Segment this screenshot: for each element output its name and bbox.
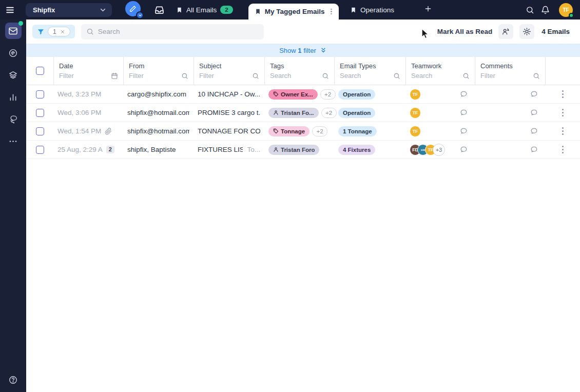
hamburger-icon — [5, 5, 15, 15]
team-chat-button[interactable] — [460, 90, 468, 98]
row-menu-kebab[interactable] — [559, 107, 567, 119]
search-icon — [533, 72, 540, 80]
filter-funnel-icon — [37, 28, 45, 35]
date-cell: 25 Aug, 2:29 A2 — [53, 146, 123, 153]
inbox-tray-button[interactable] — [154, 5, 165, 15]
teamwork-cell: FDsixTF+3 — [405, 144, 475, 156]
row-checkbox-cell — [26, 90, 53, 99]
avatar[interactable]: TF — [410, 126, 421, 137]
date-cell: Wed, 3:23 PM — [53, 90, 123, 98]
notifications-button[interactable] — [537, 2, 553, 17]
filter-input-date[interactable] — [59, 72, 109, 80]
mark-all-read-button[interactable]: Mark All as Read — [437, 28, 493, 35]
email-types-cell: 4 Fixtures — [334, 145, 405, 155]
comment-button[interactable] — [530, 109, 538, 116]
filter-input-email-types[interactable] — [340, 72, 391, 80]
banner-count: 1 — [298, 47, 301, 54]
avatar-overflow-badge[interactable]: +3 — [433, 144, 445, 156]
help-button[interactable] — [5, 371, 22, 388]
comment-button[interactable] — [530, 90, 538, 98]
from-cell: cargo@shipfix.com — [123, 90, 194, 98]
filter-input-from[interactable] — [129, 72, 179, 80]
avatar[interactable]: TF — [410, 107, 421, 119]
tab-operations[interactable]: Operations — [350, 6, 394, 14]
active-filters-chip[interactable]: 1 — [32, 25, 75, 38]
search-icon — [526, 6, 534, 14]
paperclip-icon — [105, 128, 112, 135]
row-menu-kebab[interactable] — [559, 144, 567, 155]
team-chat-button[interactable] — [460, 127, 468, 135]
email-type-chip[interactable]: Operation — [338, 108, 375, 118]
sidebar-item-market[interactable] — [5, 45, 22, 61]
filter-input-comments[interactable] — [480, 72, 531, 80]
show-filters-banner[interactable]: Show 1 filter — [26, 44, 580, 57]
row-checkbox[interactable] — [36, 109, 44, 117]
teamwork-cell: TF — [405, 126, 475, 137]
email-search-input[interactable] — [98, 28, 259, 35]
search-icon — [86, 28, 94, 35]
filter-input-tags[interactable] — [270, 72, 320, 80]
compose-options-button[interactable] — [136, 11, 144, 19]
row-checkbox[interactable] — [36, 146, 44, 154]
sidebar-item-mail[interactable] — [5, 23, 22, 39]
sidebar-item-analytics[interactable] — [5, 89, 22, 105]
clear-filter-icon[interactable] — [60, 29, 65, 34]
more-icon — [8, 136, 18, 146]
tag-icon — [273, 128, 279, 134]
email-row[interactable]: Wed, 3:06 PMshipfix@hotmail.comPROMISE 3… — [26, 104, 580, 122]
tag-overflow-badge[interactable]: +2 — [320, 89, 336, 100]
tab-options-kebab[interactable] — [328, 7, 335, 16]
subject-text: TONNAGE FOR CO... — [198, 127, 260, 135]
select-all-checkbox[interactable] — [36, 67, 44, 75]
new-tab-button[interactable] — [424, 5, 432, 15]
hamburger-menu-button[interactable] — [0, 0, 20, 19]
tab-my-tagged-emails[interactable]: My Tagged Emails — [248, 4, 339, 19]
comment-button[interactable] — [530, 127, 538, 135]
comments-cell — [475, 146, 545, 153]
date-cell: Wed, 1:54 PM — [53, 127, 123, 135]
filter-input-teamwork[interactable] — [411, 72, 460, 80]
email-type-chip[interactable]: Operation — [338, 89, 375, 100]
email-type-chip[interactable]: 1 Tonnage — [338, 126, 377, 136]
team-chat-button[interactable] — [460, 146, 468, 153]
email-type-chip[interactable]: 4 Fixtures — [338, 145, 375, 155]
tag-chip[interactable]: Owner Ex... — [268, 89, 318, 100]
sidebar-item-more[interactable] — [5, 133, 22, 149]
left-sidebar — [0, 19, 26, 392]
comments-cell — [475, 109, 545, 116]
avatar[interactable]: TF — [410, 89, 421, 100]
search-icon — [181, 72, 188, 80]
filter-count-pill[interactable]: 1 — [48, 27, 70, 36]
column-header-comments: Comments — [475, 57, 545, 71]
filter-input-subject[interactable] — [199, 72, 250, 80]
email-row[interactable]: Wed, 3:23 PMcargo@shipfix.com10 INCHCAP … — [26, 85, 580, 104]
user-avatar[interactable]: TF — [559, 3, 573, 17]
row-checkbox[interactable] — [36, 127, 44, 135]
tag-chip[interactable]: Tristan Fo... — [268, 108, 319, 118]
bookmark-icon — [350, 7, 357, 13]
share-contacts-button[interactable] — [498, 24, 513, 39]
tag-overflow-badge[interactable]: +2 — [312, 126, 327, 136]
date-cell: Wed, 3:06 PM — [53, 109, 123, 116]
workspace-select[interactable]: Shipfix — [26, 3, 112, 17]
table-settings-button[interactable] — [519, 24, 534, 39]
chevron-down-icon — [138, 13, 142, 17]
tab-all-emails[interactable]: All Emails 2 — [176, 6, 233, 14]
email-row[interactable]: 25 Aug, 2:29 A2shipfix, BaptisteFIXTURES… — [26, 141, 580, 159]
tag-chip[interactable]: Tonnage — [268, 126, 310, 136]
team-chat-button[interactable] — [460, 109, 468, 116]
tab-operations-label: Operations — [360, 6, 394, 14]
tab-my-tagged-label: My Tagged Emails — [265, 8, 325, 15]
compass-icon — [8, 48, 18, 58]
bar-chart-icon — [8, 92, 18, 102]
tag-chip[interactable]: Tristan Foro — [268, 145, 319, 155]
row-menu-kebab[interactable] — [559, 125, 567, 137]
sidebar-item-collections[interactable] — [5, 67, 22, 83]
sidebar-item-chat[interactable] — [5, 111, 22, 127]
global-search-button[interactable] — [522, 2, 537, 17]
email-row[interactable]: Wed, 1:54 PMshipfix@hotmail.comTONNAGE F… — [26, 122, 580, 141]
row-menu-kebab[interactable] — [559, 88, 567, 100]
row-checkbox[interactable] — [36, 90, 44, 99]
comment-button[interactable] — [530, 146, 538, 153]
email-search-box[interactable] — [81, 24, 264, 40]
